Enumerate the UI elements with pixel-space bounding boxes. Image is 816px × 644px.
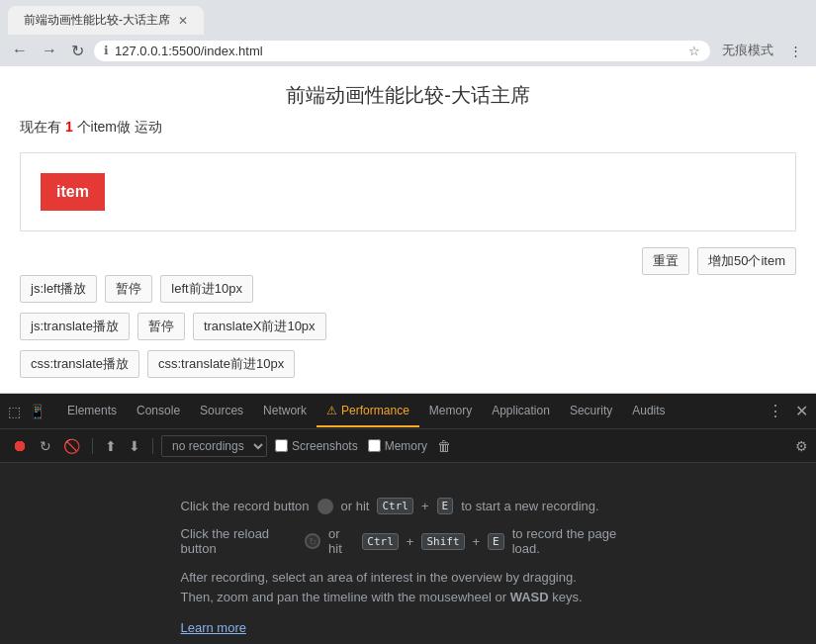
tab-bar: 前端动画性能比较-大话主席 ✕	[0, 0, 816, 35]
reload-circle-icon: ↻	[305, 533, 320, 549]
css-translate-10px-button[interactable]: css:translate前进10px	[147, 350, 295, 378]
instruction-2-prefix: Click the reload button	[181, 526, 298, 556]
settings-button[interactable]: ⚙	[795, 438, 808, 454]
instruction-1-suffix: to start a new recording.	[461, 499, 598, 513]
url-input[interactable]	[115, 44, 682, 58]
screenshots-checkbox-label[interactable]: Screenshots	[275, 439, 358, 453]
reload-record-button[interactable]: ↻	[36, 435, 55, 457]
instruction-2-suffix: to record the page load.	[512, 526, 636, 556]
add-50-button[interactable]: 增加50个item	[697, 247, 796, 275]
performance-main: Click the record button or hit Ctrl + E …	[0, 463, 816, 644]
browser-actions: 无痕模式 ⋮	[716, 39, 808, 62]
after-recording-text: After recording, select an area of inter…	[181, 568, 636, 606]
js-translate-play-button[interactable]: js:translate播放	[20, 313, 130, 340]
save-profile-button[interactable]: ⬇	[125, 435, 144, 457]
refresh-button[interactable]: ↻	[67, 40, 88, 62]
ctrl-key2: Ctrl	[362, 533, 399, 550]
css-translate-play-button[interactable]: css:translate播放	[20, 350, 139, 378]
screenshots-checkbox[interactable]	[275, 439, 288, 452]
pause1-button[interactable]: 暂停	[105, 275, 152, 303]
performance-instructions: Click the record button or hit Ctrl + E …	[161, 478, 656, 644]
item-container: item	[20, 152, 796, 231]
record-tooltip-container: ⏺ Record Ctrl + E	[8, 434, 32, 458]
load-profile-button[interactable]: ⬆	[101, 435, 121, 457]
record-circle-icon	[317, 499, 333, 514]
devtools-close-button[interactable]: ✕	[791, 400, 812, 422]
browser-chrome: 前端动画性能比较-大话主席 ✕ ← → ↻ ℹ ☆ 无痕模式 ⋮	[0, 0, 816, 66]
recordings-select[interactable]: no recordings	[161, 435, 267, 457]
css-translate-row: css:translate播放 css:translate前进10px	[20, 350, 796, 378]
toolbar-checkboxes: Screenshots Memory 🗑	[275, 438, 451, 454]
devtools-icons: ⋮ ✕	[764, 400, 812, 422]
status-suffix: 个item做 运动	[73, 119, 162, 135]
js-left-row: js:left播放 暂停 left前进10px	[20, 275, 796, 303]
clear-button[interactable]: 🚫	[59, 435, 84, 457]
browser-tab[interactable]: 前端动画性能比较-大话主席 ✕	[8, 6, 204, 35]
menu-button[interactable]: ⋮	[783, 41, 808, 61]
instruction-2-or: or hit	[328, 526, 354, 556]
e-key2: E	[488, 533, 504, 550]
devtools-mobile-toggle[interactable]: 📱	[25, 402, 49, 421]
tab-security[interactable]: Security	[560, 396, 622, 427]
tab-network[interactable]: Network	[253, 396, 317, 427]
ctrl-key: Ctrl	[377, 498, 413, 514]
trash-button[interactable]: 🗑	[437, 438, 451, 454]
address-bar: ℹ ☆	[94, 41, 710, 61]
incognito-button[interactable]: 无痕模式	[716, 39, 779, 62]
memory-checkbox[interactable]	[368, 439, 381, 452]
tab-sources[interactable]: Sources	[190, 396, 253, 427]
learn-more-link[interactable]: Learn more	[181, 620, 246, 635]
tab-console[interactable]: Console	[127, 396, 190, 427]
tab-application[interactable]: Application	[482, 396, 560, 427]
instruction-1-or: or hit	[341, 499, 370, 513]
toolbar-separator2	[152, 438, 153, 454]
item-box: item	[41, 173, 105, 211]
item-count: 1	[65, 119, 73, 135]
devtools-panel: ⬚ 📱 Elements Console Sources Network ⚠Pe…	[0, 393, 816, 644]
tab-audits[interactable]: Audits	[622, 396, 675, 427]
memory-checkbox-label[interactable]: Memory	[368, 439, 427, 453]
tab-performance[interactable]: ⚠Performance	[317, 396, 419, 427]
performance-toolbar: ⏺ Record Ctrl + E ↻ 🚫 ⬆ ⬇ no recordings …	[0, 429, 816, 463]
left-10px-button[interactable]: left前进10px	[160, 275, 253, 303]
top-control-row: 重置 增加50个item	[20, 247, 796, 275]
tab-close-icon[interactable]: ✕	[178, 14, 188, 28]
devtools-element-picker[interactable]: ⬚	[4, 402, 25, 421]
pause2-button[interactable]: 暂停	[137, 313, 185, 340]
controls: 重置 增加50个item js:left播放 暂停 left前进10px js:…	[20, 247, 796, 378]
instruction-line-1: Click the record button or hit Ctrl + E …	[181, 498, 636, 514]
lock-icon: ℹ	[104, 44, 109, 57]
tab-title: 前端动画性能比较-大话主席	[24, 12, 170, 29]
devtools-more-button[interactable]: ⋮	[764, 400, 787, 422]
status-prefix: 现在有	[20, 119, 65, 135]
toolbar-separator	[92, 438, 93, 454]
wasd-text: WASD	[510, 590, 549, 604]
back-button[interactable]: ←	[8, 40, 32, 61]
status-bar: 现在有 1 个item做 运动	[20, 119, 796, 137]
bookmark-icon[interactable]: ☆	[688, 44, 700, 58]
instruction-line-2: Click the reload button ↻ or hit Ctrl + …	[181, 526, 636, 556]
content-area: 现在有 1 个item做 运动 item 重置 增加50个item js:lef…	[0, 119, 816, 393]
shift-key: Shift	[421, 533, 464, 550]
address-bar-row: ← → ↻ ℹ ☆ 无痕模式 ⋮	[0, 35, 816, 66]
translateX-10px-button[interactable]: translateX前进10px	[193, 313, 326, 340]
e-key: E	[437, 498, 454, 514]
tab-memory[interactable]: Memory	[419, 396, 482, 427]
js-translate-row: js:translate播放 暂停 translateX前进10px	[20, 313, 796, 340]
forward-button[interactable]: →	[38, 40, 61, 61]
record-button[interactable]: ⏺	[8, 434, 32, 458]
reset-button[interactable]: 重置	[642, 247, 689, 275]
tab-elements[interactable]: Elements	[57, 396, 127, 427]
instruction-1-prefix: Click the record button	[181, 499, 310, 513]
js-left-play-button[interactable]: js:left播放	[20, 275, 97, 303]
page-title: 前端动画性能比较-大话主席	[0, 66, 816, 119]
main-content: 前端动画性能比较-大话主席 现在有 1 个item做 运动 item 重置 增加…	[0, 66, 816, 393]
devtools-tabs: ⬚ 📱 Elements Console Sources Network ⚠Pe…	[0, 394, 816, 429]
